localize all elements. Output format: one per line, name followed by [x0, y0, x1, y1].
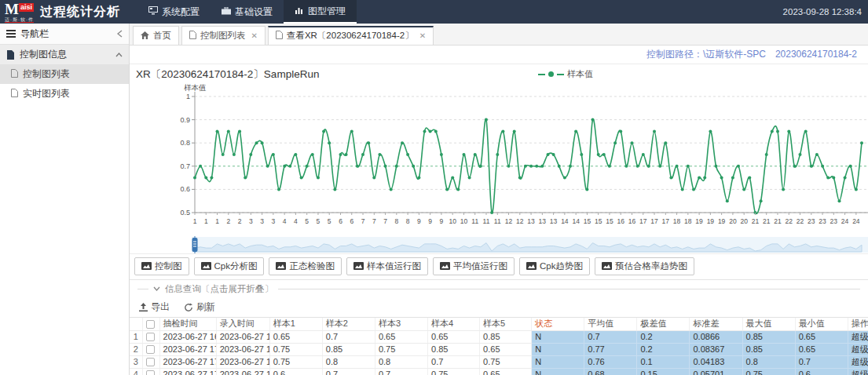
svg-text:22: 22	[797, 217, 804, 225]
svg-text:18: 18	[673, 217, 681, 225]
chart-button-样本值运行图[interactable]: 样本值运行图	[346, 257, 428, 275]
sidebar-group-control-chart-info[interactable]: 控制图信息	[0, 45, 129, 64]
chart-button-Cpk趋势图[interactable]: Cpk趋势图	[519, 257, 590, 275]
chart-button-正态检验图[interactable]: 正态检验图	[269, 257, 342, 275]
cell-抽检时间: 2023-06-27 17:09	[159, 355, 216, 368]
sidebar-item-实时图列表[interactable]: 实时图列表	[0, 84, 129, 104]
svg-text:11: 11	[494, 217, 501, 225]
cell-极差值: 0.2	[637, 330, 690, 343]
chart-legend[interactable]: 样本值	[538, 68, 593, 80]
legend-line-icon	[538, 74, 545, 75]
cell-抽检时间: 2023-06-27 17:08	[159, 343, 216, 355]
svg-text:24: 24	[852, 217, 860, 225]
chart-thumb-icon	[353, 262, 364, 271]
cell-状态: N	[532, 355, 584, 368]
cell-样本4: 0.65	[428, 330, 480, 343]
chart-button-label: Cpk分析图	[214, 260, 258, 272]
close-tab-icon[interactable]: ✕	[419, 31, 426, 40]
logo-subtitle: 迈·斯·软·件	[5, 17, 34, 23]
svg-text:6: 6	[339, 217, 342, 225]
tab-查看XR〔20230624170184-2〕[interactable]: 查看XR〔20230624170184-2〕✕	[268, 26, 434, 45]
menu-item-系统配置[interactable]: 系统配置	[137, 0, 211, 24]
column-header-极差值: 极差值	[637, 318, 690, 330]
export-icon	[139, 303, 148, 312]
chart-button-label: 预估合格率趋势图	[615, 260, 687, 272]
table-row[interactable]: 42023-06-27 17:092023-06-27 17:090.60.70…	[130, 368, 868, 375]
row-checkbox[interactable]	[146, 358, 155, 366]
column-header-样本5: 样本5	[480, 318, 532, 330]
row-index: 2	[130, 343, 142, 355]
svg-text:12: 12	[505, 217, 513, 225]
clock-text: 2023-09-28 12:38:4	[783, 0, 868, 24]
chart-navigator[interactable]	[130, 236, 868, 253]
cell-操作人员: 超级管理员	[848, 355, 868, 368]
svg-text:3: 3	[249, 217, 253, 225]
svg-text:20: 20	[729, 217, 737, 225]
cell-最大值: 0.85	[742, 343, 795, 355]
svg-text:1: 1	[204, 217, 208, 225]
tab-控制图列表[interactable]: 控制图列表✕	[181, 26, 266, 45]
svg-text:14: 14	[561, 217, 569, 225]
svg-text:18: 18	[684, 217, 692, 225]
info-query-collapse[interactable]: 信息查询〔点击展开折叠〕	[130, 280, 868, 297]
cell-样本5: 0.85	[480, 330, 532, 343]
table-header-row: 抽检时间录入时间样本1样本2样本3样本4样本5状态平均值极差值标准差最大值最小值…	[130, 318, 868, 330]
cell-样本3: 0.75	[375, 343, 427, 355]
refresh-button[interactable]: 刷新	[184, 300, 215, 314]
collapse-sidebar-icon[interactable]	[117, 30, 123, 38]
select-all-checkbox[interactable]	[146, 320, 155, 329]
cell-样本1: 0.75	[269, 343, 322, 355]
svg-text:10: 10	[460, 217, 468, 225]
chart-button-平均值运行图[interactable]: 平均值运行图	[433, 257, 515, 275]
sidebar-item-控制图列表[interactable]: 控制图列表	[0, 64, 129, 84]
logo-letter: M	[5, 2, 19, 16]
cell-样本3: 0.7	[375, 368, 427, 375]
legend-dot-icon	[548, 71, 554, 77]
tab-label: 控制图列表	[200, 30, 246, 42]
row-checkbox[interactable]	[146, 345, 155, 354]
svg-text:0.9: 0.9	[180, 116, 190, 124]
cell-样本4: 0.7	[428, 355, 480, 368]
svg-text:20: 20	[740, 217, 748, 225]
chart-button-label: 平均值运行图	[453, 260, 507, 272]
cell-样本2: 0.7	[322, 368, 375, 375]
table-row[interactable]: 12023-06-27 16:072023-06-27 16:070.650.7…	[130, 330, 868, 343]
chart-button-预估合格率趋势图[interactable]: 预估合格率趋势图	[595, 257, 694, 275]
menu-item-label: 系统配置	[162, 5, 200, 19]
row-checkbox[interactable]	[146, 370, 155, 375]
column-header-抽检时间: 抽检时间	[159, 318, 216, 330]
cell-样本5: 0.75	[480, 355, 532, 368]
bar-chart-icon	[295, 5, 304, 16]
navigator-handle[interactable]	[192, 236, 198, 253]
svg-text:10: 10	[449, 217, 456, 225]
data-table-wrap[interactable]: 抽检时间录入时间样本1样本2样本3样本4样本5状态平均值极差值标准差最大值最小值…	[130, 317, 868, 375]
tab-首页[interactable]: 首页	[133, 26, 179, 45]
chart-button-控制图[interactable]: 控制图	[134, 257, 189, 275]
table-toolbar: 导出 刷新	[130, 297, 868, 317]
sidebar-header: 导航栏	[0, 24, 129, 45]
chart-thumb-icon	[141, 262, 152, 271]
svg-text:21: 21	[752, 217, 760, 225]
chart-button-label: Cpk趋势图	[540, 260, 583, 272]
menu-item-图型管理[interactable]: 图型管理	[284, 0, 357, 24]
tab-label: 首页	[153, 30, 171, 42]
close-tab-icon[interactable]: ✕	[251, 31, 258, 40]
cell-标准差: 0.05701	[690, 368, 742, 375]
logo-accent: aisi	[19, 3, 34, 12]
export-button[interactable]: 导出	[139, 300, 170, 314]
cell-样本1: 0.75	[269, 355, 322, 368]
chart-button-Cpk分析图[interactable]: Cpk分析图	[194, 257, 265, 275]
svg-text:5: 5	[328, 217, 331, 225]
menu-item-基础设置[interactable]: 基础设置	[211, 0, 284, 24]
chart-type-buttons: 控制图Cpk分析图正态检验图样本值运行图平均值运行图Cpk趋势图预估合格率趋势图	[130, 253, 868, 280]
hamburger-icon[interactable]	[6, 30, 16, 38]
table-row[interactable]: 32023-06-27 17:092023-06-27 17:090.750.8…	[130, 355, 868, 368]
file-icon	[276, 31, 283, 41]
table-row[interactable]: 22023-06-27 17:082023-06-27 17:080.750.8…	[130, 343, 868, 355]
chart-header: XR〔20230624170184-2〕SampleRun 样本值	[130, 66, 868, 82]
control-chart[interactable]: 0.50.60.70.80.91样本值111223334455566777889…	[130, 82, 868, 236]
refresh-icon	[184, 303, 193, 312]
row-checkbox[interactable]	[146, 333, 155, 341]
sidebar-title: 导航栏	[20, 27, 112, 41]
cell-最小值: 0.65	[795, 330, 848, 343]
